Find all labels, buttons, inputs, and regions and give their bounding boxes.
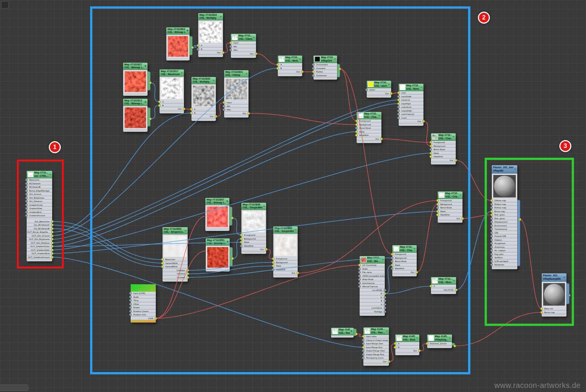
port-Dirt_Distance[interactable] xyxy=(25,200,28,203)
port-Foreground[interactable] xyxy=(272,258,274,260)
port-Bump map[interactable] xyxy=(540,311,543,314)
node-chaD[interactable]: Map #710...OSL: Cha...−ForegroundBackgro… xyxy=(392,245,417,276)
port-Opacity[interactable] xyxy=(490,238,493,241)
collapse-icon[interactable]: − xyxy=(252,36,255,39)
port-OutBase[interactable] xyxy=(187,269,189,271)
node-header[interactable]: Map #7102827OSL: Bitmap L...+ xyxy=(123,63,148,70)
node-bit[interactable]: Map #710...OSL: Bit...−UV CoordinateScal… xyxy=(360,256,385,316)
node-output-tab[interactable] xyxy=(190,36,193,55)
node-header[interactable]: Map #710...osl: CTRL...− xyxy=(27,171,52,178)
port-Input (UVW)[interactable] xyxy=(129,292,132,295)
collapse-icon[interactable]: + xyxy=(226,200,228,203)
port-Blend Mode[interactable] xyxy=(436,207,439,209)
collapse-icon[interactable]: + xyxy=(350,330,353,333)
collapse-icon[interactable]: − xyxy=(420,86,422,89)
port-inputHigh[interactable] xyxy=(397,102,400,105)
node-mtl[interactable]: Plaster_001_baseVRayMtl−Diffuse mapRefle… xyxy=(492,165,517,269)
port-Rotation Axis[interactable] xyxy=(129,314,132,316)
node-chaC[interactable]: Map #710...OSL: Cha...−ForegroundBackgro… xyxy=(438,191,462,223)
collapse-icon[interactable]: + xyxy=(186,29,188,33)
port-thickness_texture[interactable] xyxy=(426,342,428,345)
port-Mask[interactable] xyxy=(240,241,243,244)
port-Anisotropy[interactable] xyxy=(490,246,493,248)
port-B[interactable] xyxy=(384,300,386,302)
node-worl[interactable]: Map #710...OSL: worl...−spaceOut xyxy=(367,81,391,98)
port-Mask[interactable] xyxy=(429,152,432,154)
port-Foreground[interactable] xyxy=(436,199,439,202)
node-header[interactable]: Map #7102831OSL: Clamp− xyxy=(224,70,249,77)
node-ran[interactable]: Map #145...OSL: Ran...−Input valueClamp … xyxy=(363,327,389,366)
port-Diffuse map[interactable] xyxy=(490,199,493,202)
port-A[interactable] xyxy=(190,108,193,111)
node-header[interactable]: Map #710...OSL: Cha...− xyxy=(357,112,381,119)
node-header[interactable]: Map #710...OSL: Clamp− xyxy=(231,34,256,41)
port-Displacement[interactable] xyxy=(490,221,493,223)
port-A[interactable] xyxy=(394,342,396,345)
collapse-icon[interactable]: − xyxy=(448,336,451,340)
node-sm46[interactable]: Map #7102846OSL: SimpleMix−ForegroundBac… xyxy=(241,203,266,254)
port-Out[interactable] xyxy=(265,248,268,251)
node-output-tab[interactable] xyxy=(230,247,233,266)
collapse-icon[interactable]: − xyxy=(180,71,183,75)
port-Out (XYZ)[interactable] xyxy=(455,288,458,291)
port-Output Range End[interactable] xyxy=(362,353,365,356)
port-BaseColor[interactable] xyxy=(25,179,28,181)
node-rem[interactable]: Map #710...OSL: Rem...−colorinputScalein… xyxy=(399,84,423,126)
port-Background[interactable] xyxy=(436,203,439,205)
port-OUT_GradientAmount[interactable] xyxy=(51,256,54,258)
port-Background[interactable] xyxy=(391,256,393,259)
port-OUT_Dirt_Brightness[interactable] xyxy=(51,238,54,241)
port-Blend Mode[interactable] xyxy=(355,127,358,130)
port-Mask[interactable] xyxy=(391,264,393,266)
port-tab[interactable] xyxy=(519,218,521,221)
node-output-tab[interactable] xyxy=(354,329,357,336)
port-SelfIllum[interactable] xyxy=(490,256,493,259)
port-Wrap Mode[interactable] xyxy=(358,278,361,281)
collapse-icon[interactable]: − xyxy=(48,173,51,176)
node-chaA[interactable]: Map #710...OSL: Cha...−ForegroundBackgro… xyxy=(357,112,381,143)
port-Out[interactable] xyxy=(390,92,393,95)
port-Average[interactable] xyxy=(384,310,386,313)
scrollbar-stub[interactable] xyxy=(0,384,29,391)
port-colorChannel[interactable] xyxy=(397,113,400,116)
port-Fresnel IOR[interactable] xyxy=(490,235,493,238)
node-noise[interactable]: Map #145...OSL: Noise+ xyxy=(331,328,354,338)
node-cl710[interactable]: Map #710...OSL: Clamp−InputMinMaxOut xyxy=(231,34,256,58)
port-Mask[interactable] xyxy=(355,130,358,133)
port-tab[interactable] xyxy=(568,294,571,297)
port-Input[interactable] xyxy=(223,101,225,104)
port-Out[interactable] xyxy=(416,271,418,273)
port-Refr. gloss.[interactable] xyxy=(490,217,493,220)
node-b03[interactable]: Map #7102803OSL: Bitmap L...+ xyxy=(166,27,190,60)
port-Out_BCVariantA[interactable] xyxy=(51,224,54,226)
node-bmtl[interactable]: Plaster_001_VRayBumpMtl−Base mtlBump map xyxy=(542,273,566,317)
node-header[interactable]: Map #145...OSL: Mult...− xyxy=(395,335,419,342)
node-b13[interactable]: Map #7102813OSL: Bitmap L...+ xyxy=(123,99,148,132)
port-OUT_GradientEnd[interactable] xyxy=(51,252,54,255)
port-Output Range Start[interactable] xyxy=(362,350,365,352)
node-header[interactable]: Map #710...OSL: worl...− xyxy=(367,81,391,88)
port-Background[interactable] xyxy=(272,261,274,264)
port-IOR[interactable] xyxy=(490,231,493,234)
port-Out[interactable] xyxy=(215,115,217,118)
collapse-icon[interactable]: − xyxy=(212,79,215,82)
port-tab[interactable] xyxy=(355,333,358,335)
port-Mask[interactable] xyxy=(272,265,274,267)
collapse-icon[interactable]: − xyxy=(378,114,380,117)
port-An. rotation[interactable] xyxy=(490,249,493,252)
node-header[interactable]: Map #145...VRayEdg...− xyxy=(427,335,452,342)
port-OutVarA[interactable] xyxy=(187,273,189,275)
port-Bump map[interactable] xyxy=(490,210,493,213)
node-header[interactable]: Map #145...OSL: Ran...− xyxy=(363,327,389,335)
port-Rotate[interactable] xyxy=(129,306,132,309)
collapse-icon[interactable]: − xyxy=(387,83,390,86)
node-header[interactable]: Map #710...OSL: UV...− xyxy=(131,284,156,292)
node-header[interactable]: Map #145...OSL: Noise+ xyxy=(331,328,354,335)
port-Blend Mode[interactable] xyxy=(391,260,393,263)
node-sc53[interactable]: Map #7102853OSL: SimpleCo...−BaseColorVa… xyxy=(163,227,188,282)
port-Metalness[interactable] xyxy=(490,264,493,266)
port-Glossiness[interactable] xyxy=(312,74,315,77)
port-VariantAMult[interactable] xyxy=(161,262,164,264)
node-header[interactable]: Map #7102917OSL: Maximum− xyxy=(160,69,184,77)
node-header[interactable]: Map #710...OSL: Bit...− xyxy=(360,256,385,264)
